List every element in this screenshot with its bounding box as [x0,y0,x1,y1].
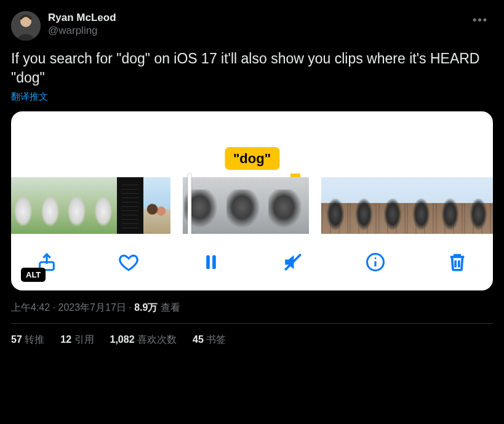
search-term-pill: "dog" [225,147,279,170]
translate-link[interactable]: 翻译推文 [11,91,493,103]
quotes-stat[interactable]: 12 引用 [60,334,94,346]
clip-group-3[interactable] [321,177,493,234]
tweet-meta: 上午4:42 · 2023年7月17日 · 8.9万 查看 [11,302,493,314]
trash-icon[interactable] [445,250,470,274]
meta-sep: · [50,302,58,313]
clip-frame [36,177,63,234]
clip-frame [90,177,116,234]
info-icon[interactable] [363,250,388,274]
stat-label: 喜欢次数 [137,334,177,345]
clip-frame [225,177,266,234]
author-block: Ryan McLeod @warpling [48,11,468,38]
video-timeline-strip [11,170,493,234]
tweet-time[interactable]: 上午4:42 [11,302,50,313]
stat-label: 引用 [74,334,94,345]
clip-frame [117,177,143,234]
media-whitespace: "dog" [11,111,493,170]
display-name[interactable]: Ryan McLeod [48,11,468,24]
clip-frame [321,177,350,234]
clip-group-1[interactable] [11,177,170,234]
likes-stat[interactable]: 1,082 喜欢次数 [110,334,177,346]
stats-row: 57 转推 12 引用 1,082 喜欢次数 45 书签 [11,324,493,346]
svg-rect-3 [206,255,210,270]
clip-group-2[interactable] [183,177,309,234]
playhead[interactable] [188,174,191,234]
clip-frame [63,177,90,234]
tweet-date[interactable]: 2023年7月17日 [58,302,126,313]
tweet-header: Ryan McLeod @warpling ••• [11,11,493,41]
avatar[interactable] [11,11,41,41]
media-card[interactable]: "dog" [11,111,493,290]
clip-frame [378,177,407,234]
tweet-container: Ryan McLeod @warpling ••• If you search … [0,0,504,353]
heart-icon[interactable] [116,250,141,274]
stat-value: 57 [11,334,22,345]
clip-frame [350,177,378,234]
svg-rect-4 [212,255,216,270]
views-count: 8.9万 [134,302,158,313]
clip-frame [407,177,436,234]
stat-value: 12 [60,334,71,345]
more-menu-button[interactable]: ••• [468,11,493,29]
retweets-stat[interactable]: 57 转推 [11,334,44,346]
svg-point-8 [374,257,376,259]
stat-label: 转推 [25,334,44,345]
media-toolbar [11,234,493,281]
stat-value: 1,082 [110,334,135,345]
clip-frame [11,177,36,234]
meta-sep: · [126,302,134,313]
pause-icon[interactable] [199,250,223,274]
views-label: 查看 [161,302,180,313]
alt-badge[interactable]: ALT [21,268,46,282]
mute-icon[interactable] [281,250,305,274]
handle[interactable]: @warpling [48,24,468,37]
clip-frame [143,177,170,234]
stat-label: 书签 [206,334,226,345]
clip-frame [266,177,308,234]
clip-frame [436,177,465,234]
tweet-text: If you search for "dog" on iOS 17 it'll … [11,49,493,87]
clip-frame [464,177,493,234]
bookmarks-stat[interactable]: 45 书签 [193,334,226,346]
stat-value: 45 [193,334,204,345]
